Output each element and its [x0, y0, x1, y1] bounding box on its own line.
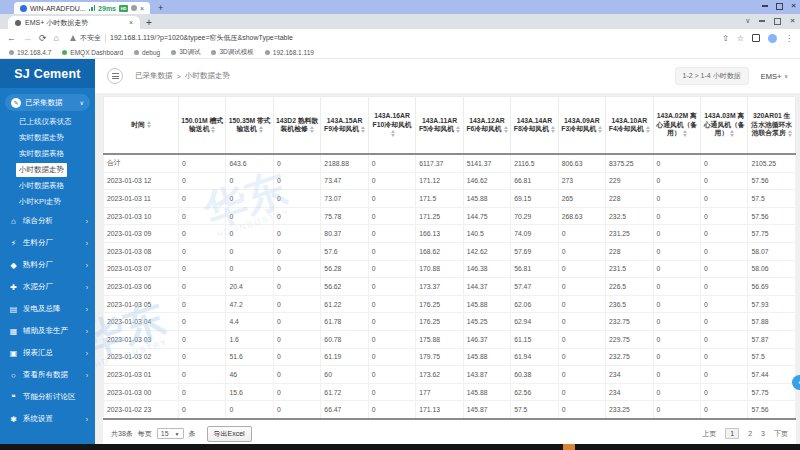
- new-session-icon[interactable]: +: [158, 3, 163, 14]
- windows-taskbar[interactable]: [0, 444, 800, 450]
- sidebar-subitem[interactable]: 已上线仪表状态: [0, 114, 95, 130]
- reload-icon[interactable]: ⟳: [39, 34, 47, 43]
- sort-icon[interactable]: [259, 126, 263, 133]
- faucet-icon: ✚: [9, 283, 18, 292]
- sidebar-subitem[interactable]: 实时数据走势: [0, 130, 95, 146]
- account-menu[interactable]: EMS+ ∨: [761, 72, 788, 81]
- export-excel-button[interactable]: 导出Excel: [207, 426, 252, 442]
- browser-minimize-icon[interactable]: [759, 20, 765, 22]
- next-page-button[interactable]: 下页: [774, 429, 788, 439]
- restore-icon[interactable]: [776, 3, 783, 10]
- sidebar-item[interactable]: ❝节能分析讨论区: [0, 386, 95, 408]
- sidebar-item[interactable]: ▦辅助及非生产›: [0, 320, 95, 342]
- page-number-button[interactable]: 1: [725, 428, 739, 439]
- page-size-select[interactable]: 15 ▼: [157, 428, 184, 439]
- row-time-cell: 2023-01-02 23: [104, 401, 179, 419]
- bookmark-item[interactable]: debug: [134, 49, 160, 56]
- browser-tab[interactable]: EMS+ 小时数据走势 ×: [8, 16, 140, 29]
- sidebar-group-collected-data[interactable]: ✎ 已采集数据 ∨: [5, 94, 90, 111]
- row-value-cell: 57.44: [748, 366, 796, 384]
- menu-dots-icon[interactable]: ⋮: [785, 34, 793, 43]
- back-icon[interactable]: ←: [7, 34, 16, 43]
- bookmark-item[interactable]: 192.168.1.119: [265, 49, 314, 56]
- taskbar-app-indicator[interactable]: [563, 444, 575, 450]
- sidebar-item[interactable]: ◆熟料分厂›: [0, 254, 95, 276]
- sidebar-item[interactable]: ✱系统设置›: [0, 408, 95, 430]
- profile-avatar[interactable]: [768, 34, 777, 43]
- breadcrumb-parent[interactable]: 已采集数据: [135, 71, 173, 81]
- bookmark-label: 192.168.4.7: [17, 49, 51, 56]
- column-header[interactable]: 143A.15AR F9冷却风机: [321, 97, 368, 155]
- sort-icon[interactable]: [361, 126, 365, 133]
- row-time-cell: 2023-01-03 12: [104, 172, 179, 190]
- bookmark-item[interactable]: 3D调试模板: [211, 48, 253, 57]
- row-value-cell: 177: [416, 383, 463, 401]
- bookmark-item[interactable]: 3D调试: [171, 48, 200, 57]
- share-icon[interactable]: ⇧: [722, 34, 729, 43]
- sidebar-item[interactable]: ✚水泥分厂›: [0, 276, 95, 298]
- new-tab-icon[interactable]: +: [146, 17, 152, 28]
- sort-icon[interactable]: [646, 126, 650, 133]
- sort-icon[interactable]: [598, 126, 602, 133]
- sidebar-item[interactable]: ○查看所有数据›: [0, 364, 95, 386]
- table-row: 2023-01-03 0301.6060.780175.88146.3761.1…: [104, 330, 796, 348]
- sort-icon[interactable]: [391, 130, 395, 137]
- home-icon[interactable]: ⌂: [54, 34, 59, 43]
- page-number-button[interactable]: 3: [761, 430, 765, 437]
- sort-icon[interactable]: [551, 126, 555, 133]
- column-header[interactable]: 时间: [104, 97, 179, 155]
- collapse-panel-button[interactable]: ‹: [792, 375, 800, 390]
- sort-icon[interactable]: [788, 130, 792, 137]
- forward-icon[interactable]: →: [23, 34, 32, 43]
- column-header[interactable]: 143A.10AR F4冷却风机: [606, 97, 653, 155]
- tab-close-icon[interactable]: ×: [129, 19, 133, 26]
- bookmark-item[interactable]: 192.168.4.7: [9, 49, 51, 56]
- row-value-cell: 0: [653, 207, 700, 225]
- sort-icon[interactable]: [211, 126, 215, 133]
- column-header[interactable]: 143A.16AR F10冷却风机: [368, 97, 415, 155]
- url-field[interactable]: 不安全 192.168.1.119/?p=1020&typee=窑头低压&sho…: [66, 33, 715, 43]
- column-header[interactable]: 143A.11AR F5冷却风机: [416, 97, 463, 155]
- minimize-icon[interactable]: [762, 5, 768, 7]
- sort-icon[interactable]: [147, 121, 151, 128]
- prev-page-button[interactable]: 上页: [702, 429, 716, 439]
- column-header[interactable]: 143D2 熟料散装机检修: [273, 97, 320, 155]
- sort-icon[interactable]: [504, 126, 508, 133]
- column-header[interactable]: 150.01M 槽式输送机: [179, 97, 226, 155]
- sidebar-subitem[interactable]: 实时数据表格: [0, 146, 95, 162]
- sidebar-subitem[interactable]: 小时KPI走势: [0, 194, 95, 210]
- table-footer: 共38条 每页 15 ▼ 条 导出Excel 上页 123 下页: [103, 420, 796, 444]
- sidebar-item[interactable]: ▤发电及总降›: [0, 298, 95, 320]
- close-icon[interactable]: ×: [791, 2, 796, 10]
- sort-icon[interactable]: [730, 130, 734, 137]
- sort-icon[interactable]: [456, 126, 460, 133]
- bookmark-star-icon[interactable]: ☆: [737, 34, 744, 43]
- browser-restore-icon[interactable]: [774, 18, 781, 25]
- sort-icon[interactable]: [310, 126, 314, 133]
- sidebar-subitem[interactable]: 小时数据表格: [0, 178, 95, 194]
- row-value-cell: 146.62: [463, 172, 510, 190]
- hamburger-icon[interactable]: [107, 68, 123, 84]
- remote-session-tab[interactable]: WIN-ARADFDU... 29ms HD ×: [14, 2, 150, 14]
- column-header[interactable]: 143A.12AR F6冷却风机: [463, 97, 510, 155]
- bookmark-item[interactable]: EMQX Dashboard: [62, 49, 123, 56]
- sidebar-item[interactable]: ⚡生料分厂›: [0, 232, 95, 254]
- sort-icon[interactable]: [683, 130, 687, 137]
- drop-icon: ◆: [9, 261, 18, 270]
- tab-search-icon[interactable]: ∨: [745, 17, 750, 25]
- column-header[interactable]: 143A.09AR F3冷却风机: [558, 97, 605, 155]
- sidebar-item[interactable]: ⌂综合分析›: [0, 210, 95, 232]
- sidebar-subitem[interactable]: 小时数据走势: [16, 163, 67, 177]
- column-header[interactable]: 150.35M 带式输送机: [226, 97, 273, 155]
- column-header[interactable]: 143A.02M 离心通风机（备用）: [653, 97, 700, 155]
- page-number-button[interactable]: 2: [748, 430, 752, 437]
- close-session-icon[interactable]: ×: [140, 5, 144, 12]
- column-header[interactable]: 320AR01 生活水池循环水池联合泵房: [748, 97, 796, 155]
- extensions-icon[interactable]: [752, 34, 760, 42]
- date-range-label[interactable]: 1-2 > 1-4 小时数据: [675, 67, 749, 85]
- browser-close-icon[interactable]: ×: [790, 17, 795, 25]
- column-header[interactable]: 143A.03M 离心通风机（备用）: [700, 97, 747, 155]
- column-header[interactable]: 143A.14AR F8冷却风机: [511, 97, 558, 155]
- sidebar-item[interactable]: ▣报表汇总›: [0, 342, 95, 364]
- security-warning-icon[interactable]: [70, 35, 76, 41]
